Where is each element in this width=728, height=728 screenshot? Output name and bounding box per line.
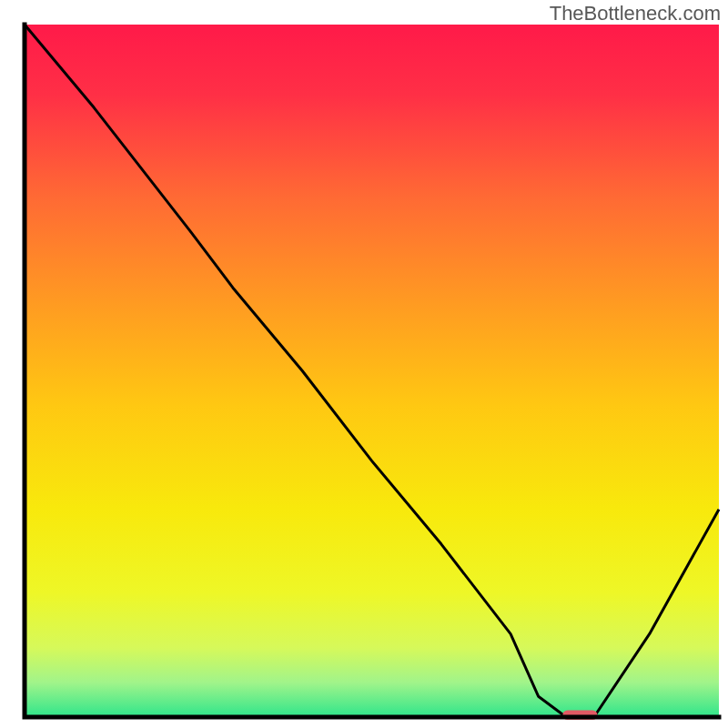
bottleneck-chart: [0, 0, 728, 728]
plot-background: [25, 25, 719, 717]
watermark-text: TheBottleneck.com: [550, 2, 721, 25]
